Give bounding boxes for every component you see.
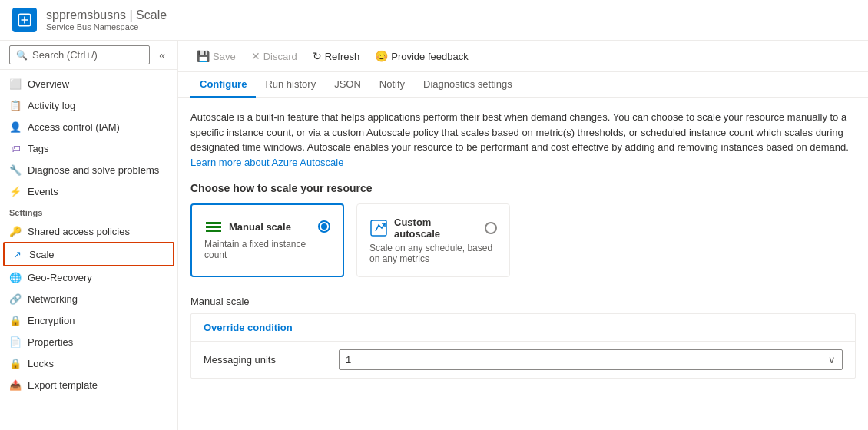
sidebar-item-label: Events xyxy=(28,186,58,197)
sidebar-item-encryption[interactable]: 🔒 Encryption xyxy=(0,309,177,331)
search-icon: 🔍 xyxy=(16,50,28,61)
tabs: Configure Run history JSON Notify Diagno… xyxy=(178,72,868,98)
header: sppremsbusns | Scale Service Bus Namespa… xyxy=(0,0,868,41)
sidebar-item-diagnose[interactable]: 🔧 Diagnose and solve problems xyxy=(0,159,177,180)
feedback-icon: 😊 xyxy=(375,50,388,62)
sidebar-item-label: Networking xyxy=(28,293,78,305)
export-template-icon: 📤 xyxy=(9,379,22,391)
autoscale-description: Autoscale is a built-in feature that hel… xyxy=(190,110,856,170)
search-row[interactable]: 🔍 Search (Ctrl+/) « xyxy=(0,41,177,70)
sidebar: 🔍 Search (Ctrl+/) « ⬜ Overview 📋 Activit… xyxy=(0,41,178,430)
sidebar-item-label: Encryption xyxy=(28,315,75,326)
tab-json[interactable]: JSON xyxy=(325,72,370,98)
sidebar-item-networking[interactable]: 🔗 Networking xyxy=(0,288,177,309)
sidebar-item-label: Locks xyxy=(28,358,54,369)
locks-icon: 🔒 xyxy=(9,357,22,369)
chevron-down-icon: ∨ xyxy=(828,354,836,366)
networking-icon: 🔗 xyxy=(9,293,22,305)
save-icon: 💾 xyxy=(197,50,210,62)
learn-more-link[interactable]: Learn more about Azure Autoscale xyxy=(190,157,343,168)
sidebar-item-overview[interactable]: ⬜ Overview xyxy=(0,73,177,94)
tab-run-history[interactable]: Run history xyxy=(256,72,325,98)
manual-scale-icon xyxy=(204,217,223,236)
custom-autoscale-option[interactable]: Custom autoscale Scale on any schedule, … xyxy=(356,203,510,277)
resource-icon xyxy=(12,8,37,32)
condition-row: Messaging units 1 ∨ xyxy=(191,342,855,378)
settings-section-label: Settings xyxy=(0,202,177,220)
svg-rect-1 xyxy=(206,222,221,224)
svg-rect-2 xyxy=(206,226,221,228)
condition-box: Override condition Messaging units 1 ∨ xyxy=(190,313,856,379)
tab-notify[interactable]: Notify xyxy=(370,72,414,98)
manual-scale-option[interactable]: Manual scale Maintain a fixed instance c… xyxy=(190,203,344,277)
access-control-icon: 👤 xyxy=(9,121,22,133)
scale-icon: ↗ xyxy=(11,248,23,260)
search-placeholder: Search (Ctrl+/) xyxy=(32,49,98,61)
overview-icon: ⬜ xyxy=(9,78,22,90)
feedback-button[interactable]: 😊 Provide feedback xyxy=(369,47,474,65)
search-box[interactable]: 🔍 Search (Ctrl+/) xyxy=(9,45,150,64)
messaging-units-dropdown[interactable]: 1 ∨ xyxy=(339,349,843,370)
page-title: sppremsbusns | Scale xyxy=(46,8,167,22)
custom-autoscale-icon xyxy=(369,219,388,237)
custom-autoscale-header: Custom autoscale xyxy=(369,217,497,240)
collapse-button[interactable]: « xyxy=(156,46,168,64)
sidebar-item-label: Diagnose and solve problems xyxy=(28,164,159,176)
sidebar-item-label: Properties xyxy=(28,336,73,348)
custom-autoscale-radio[interactable] xyxy=(485,222,497,234)
messaging-units-value: 1 xyxy=(346,354,351,366)
choose-scale-title: Choose how to scale your resource xyxy=(190,182,856,194)
encryption-icon: 🔒 xyxy=(9,314,22,326)
sidebar-item-label: Geo-Recovery xyxy=(28,272,92,283)
sidebar-item-label: Scale xyxy=(29,249,55,260)
sidebar-item-properties[interactable]: 📄 Properties xyxy=(0,331,177,352)
activity-log-icon: 📋 xyxy=(9,99,22,111)
sidebar-item-label: Shared access policies xyxy=(28,226,130,237)
shared-access-icon: 🔑 xyxy=(9,225,22,237)
refresh-icon: ↻ xyxy=(313,50,322,62)
manual-scale-section: Manual scale Override condition Messagin… xyxy=(190,296,856,379)
diagnose-icon: 🔧 xyxy=(9,164,22,176)
tab-configure[interactable]: Configure xyxy=(190,72,256,98)
sidebar-item-label: Export template xyxy=(28,379,98,391)
tags-icon: 🏷 xyxy=(9,142,22,154)
content-area: 💾 Save ✕ Discard ↻ Refresh 😊 Provide fee… xyxy=(178,41,868,430)
custom-autoscale-title: Custom autoscale xyxy=(394,217,479,240)
manual-scale-section-title: Manual scale xyxy=(190,296,856,307)
save-button[interactable]: 💾 Save xyxy=(190,47,242,65)
events-icon: ⚡ xyxy=(9,185,22,197)
header-text: sppremsbusns | Scale Service Bus Namespa… xyxy=(46,8,167,31)
manual-scale-header: Manual scale xyxy=(204,217,330,236)
condition-header: Override condition xyxy=(191,314,855,342)
manual-scale-title: Manual scale xyxy=(229,221,291,233)
manual-scale-radio[interactable] xyxy=(318,220,330,233)
sidebar-item-label: Tags xyxy=(28,143,48,154)
sidebar-item-label: Activity log xyxy=(28,100,75,111)
sidebar-item-activity-log[interactable]: 📋 Activity log xyxy=(0,94,177,116)
sidebar-item-shared-access[interactable]: 🔑 Shared access policies xyxy=(0,220,177,242)
sidebar-item-geo-recovery[interactable]: 🌐 Geo-Recovery xyxy=(0,266,177,288)
tab-diagnostics-settings[interactable]: Diagnostics settings xyxy=(414,72,522,98)
sidebar-item-events[interactable]: ⚡ Events xyxy=(0,180,177,202)
scale-options: Manual scale Maintain a fixed instance c… xyxy=(190,203,856,277)
svg-rect-3 xyxy=(206,230,221,232)
sidebar-item-scale[interactable]: ↗ Scale xyxy=(3,242,174,266)
resource-type: Service Bus Namespace xyxy=(46,22,167,31)
geo-recovery-icon: 🌐 xyxy=(9,271,22,283)
properties-icon: 📄 xyxy=(9,336,22,348)
custom-autoscale-desc: Scale on any schedule, based on any metr… xyxy=(369,243,497,264)
sidebar-item-label: Access control (IAM) xyxy=(28,121,120,133)
sidebar-item-label: Overview xyxy=(28,78,69,90)
sidebar-item-access-control[interactable]: 👤 Access control (IAM) xyxy=(0,116,177,137)
page-content: Autoscale is a built-in feature that hel… xyxy=(178,98,868,430)
sidebar-item-locks[interactable]: 🔒 Locks xyxy=(0,352,177,374)
discard-icon: ✕ xyxy=(251,50,260,62)
manual-scale-desc: Maintain a fixed instance count xyxy=(204,239,330,260)
sidebar-item-export-template[interactable]: 📤 Export template xyxy=(0,374,177,395)
refresh-button[interactable]: ↻ Refresh xyxy=(306,47,366,65)
discard-button[interactable]: ✕ Discard xyxy=(245,47,303,65)
svg-rect-4 xyxy=(371,220,386,236)
toolbar: 💾 Save ✕ Discard ↻ Refresh 😊 Provide fee… xyxy=(178,41,868,72)
sidebar-item-tags[interactable]: 🏷 Tags xyxy=(0,137,177,159)
messaging-units-label: Messaging units xyxy=(204,354,326,366)
